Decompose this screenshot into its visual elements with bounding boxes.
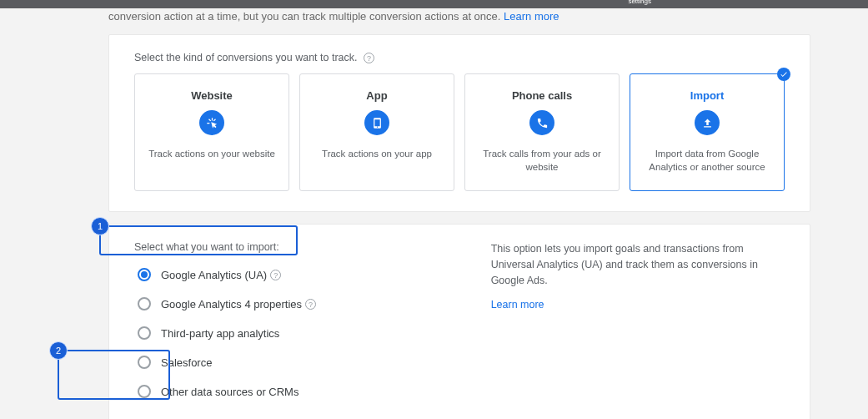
section-label: Select the kind of conversions you want … xyxy=(134,52,785,63)
tile-phone-calls[interactable]: Phone calls Track calls from your ads or… xyxy=(464,73,620,191)
tile-app[interactable]: App Track actions on your app xyxy=(299,73,454,191)
help-icon[interactable]: ? xyxy=(270,270,281,280)
tile-title: App xyxy=(309,89,445,102)
radio-ga-ua[interactable]: Google Analytics (UA) ? xyxy=(134,263,458,286)
learn-more-link[interactable]: Learn more xyxy=(504,10,559,23)
cursor-click-icon xyxy=(199,110,224,135)
radio-icon xyxy=(138,385,151,398)
radio-ga4[interactable]: Google Analytics 4 properties ? xyxy=(134,292,458,316)
radio-icon xyxy=(138,356,151,369)
check-icon xyxy=(777,68,790,81)
topbar: settings xyxy=(0,0,868,8)
tile-title: Import xyxy=(639,89,775,102)
radio-icon xyxy=(138,268,151,281)
info-text: This option lets you import goals and tr… xyxy=(491,241,785,288)
tile-desc: Track actions on your app xyxy=(309,147,445,160)
conversion-type-panel: Select the kind of conversions you want … xyxy=(108,34,810,212)
intro-text: conversion action at a time, but you can… xyxy=(108,10,868,34)
tile-title: Phone calls xyxy=(474,89,610,102)
info-panel: This option lets you import goals and tr… xyxy=(458,241,785,409)
tile-import[interactable]: Import Import data from Google Analytics… xyxy=(630,73,785,191)
info-learn-more-link[interactable]: Learn more xyxy=(491,297,544,313)
radio-salesforce[interactable]: Salesforce xyxy=(134,351,458,374)
upload-icon xyxy=(695,110,720,135)
tile-desc: Track calls from your ads or website xyxy=(474,147,610,174)
radio-icon xyxy=(138,326,151,340)
help-icon[interactable]: ? xyxy=(305,299,316,310)
import-source-panel: Select what you want to import: Google A… xyxy=(108,224,810,419)
settings-label[interactable]: settings xyxy=(628,0,651,5)
radio-icon xyxy=(138,297,151,310)
import-section-label: Select what you want to import: xyxy=(134,241,458,253)
tile-title: Website xyxy=(143,89,280,102)
radio-third-party[interactable]: Third-party app analytics xyxy=(134,321,458,345)
tile-desc: Import data from Google Analytics or ano… xyxy=(639,147,775,174)
help-icon[interactable]: ? xyxy=(364,53,374,63)
tile-desc: Track actions on your website xyxy=(143,147,280,160)
phone-icon xyxy=(529,110,554,135)
smartphone-icon xyxy=(364,110,389,135)
radio-other-crm[interactable]: Other data sources or CRMs xyxy=(134,380,458,403)
tile-website[interactable]: Website Track actions on your website xyxy=(134,73,289,191)
